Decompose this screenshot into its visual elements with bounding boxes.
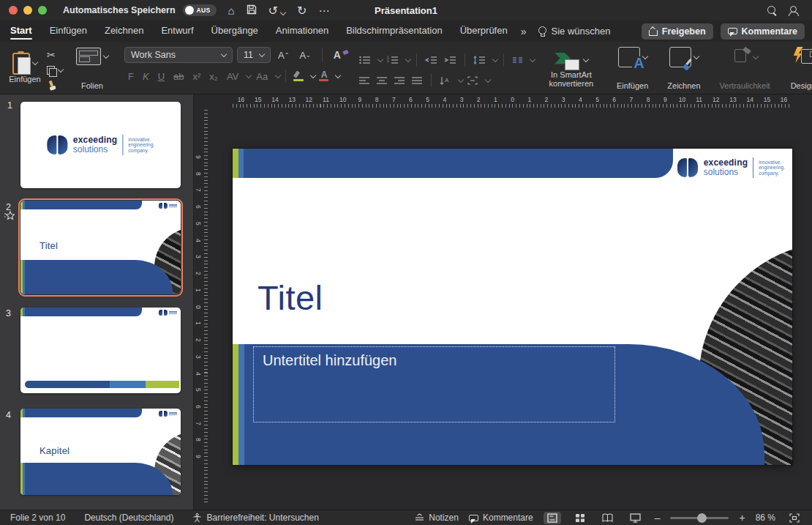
tab-einfuegen[interactable]: Einfügen [50, 22, 87, 40]
columns-button[interactable] [510, 56, 525, 64]
align-right-button[interactable] [392, 76, 407, 85]
increase-indent-button[interactable] [442, 56, 459, 64]
line-spacing-button[interactable] [471, 56, 488, 64]
increase-font-size-button[interactable]: A⌃ [275, 50, 292, 61]
slide-header-bar[interactable] [233, 149, 673, 178]
tab-overflow-chevron[interactable]: » [521, 26, 527, 37]
zoom-in-button[interactable]: + [739, 512, 745, 524]
tab-zeichnen[interactable]: Zeichnen [105, 22, 143, 40]
slide-title-text[interactable]: Titel [257, 278, 323, 318]
insert-textbox-icon: A [618, 47, 640, 67]
bold-button[interactable]: F [124, 71, 138, 82]
slide-indicator[interactable]: Folie 2 von 10 [10, 513, 65, 523]
slide-thumbnail-2[interactable]: Titel [20, 201, 181, 294]
ruler-number: 14 [266, 96, 283, 103]
align-center-button[interactable] [375, 76, 390, 85]
strikethrough-button[interactable]: ab [170, 71, 187, 82]
comments-label: Kommentare [742, 26, 797, 37]
slide-thumbnail-1[interactable]: exceedingsolutions innovative.engineerin… [20, 102, 181, 188]
autosave-toggle[interactable]: AUS [183, 4, 217, 16]
slide-canvas[interactable]: exceedingsolutions innovative.engineerin… [233, 149, 792, 465]
vertical-ruler[interactable]: 9876543210123456789 [196, 110, 208, 505]
autosave-state: AUS [197, 7, 211, 14]
subscript-button[interactable]: x₂ [206, 71, 222, 82]
logo-tagline: innovative. [759, 160, 785, 165]
ruler-number: 8 [640, 96, 657, 103]
comments-button[interactable]: Kommentare [721, 23, 805, 40]
minimize-button[interactable] [23, 6, 32, 15]
normal-view-button[interactable] [544, 512, 561, 524]
ruler-number: 2 [194, 272, 206, 275]
home-icon[interactable]: ⌂ [228, 5, 235, 16]
font-name-select[interactable]: Work Sans [124, 47, 233, 63]
comments-toggle[interactable]: Kommentare [469, 513, 533, 523]
text-highlight-button[interactable] [291, 71, 307, 81]
save-icon[interactable] [247, 4, 257, 16]
font-size-select[interactable]: 11 [237, 47, 271, 63]
text-direction-button[interactable]: A [437, 76, 454, 85]
draw-group[interactable]: Zeichnen [661, 42, 706, 94]
tell-me-button[interactable]: Sie wünschen [538, 26, 610, 37]
tab-animationen[interactable]: Animationen [276, 22, 328, 40]
horizontal-ruler[interactable]: 1615141312111098765432101234567891011121… [233, 96, 792, 108]
ruler-number: 3 [194, 355, 206, 359]
accessibility-checker[interactable]: Barrierefreiheit: Untersuchen [192, 513, 318, 523]
decrease-indent-button[interactable] [423, 56, 440, 64]
company-logo[interactable]: exceedingsolutions innovative.engineerin… [677, 157, 785, 178]
lightbulb-icon [538, 26, 546, 37]
bullet-list-button[interactable] [357, 56, 373, 64]
tab-bildschirmpraesentation[interactable]: Bildschirmpräsentation [346, 22, 443, 40]
ruler-number: 3 [194, 255, 206, 258]
clear-formatting-button[interactable]: A [331, 49, 344, 61]
slideshow-view-button[interactable] [627, 512, 644, 524]
ruler-number: 9 [351, 96, 368, 103]
reading-view-button[interactable] [599, 512, 617, 524]
italic-button[interactable]: K [139, 71, 153, 82]
designer-group[interactable]: Designer [783, 42, 812, 94]
more-commands-icon[interactable]: ⋯ [318, 5, 329, 16]
redo-button[interactable]: ↻ [297, 5, 307, 16]
zoom-slider-knob[interactable] [697, 513, 707, 523]
slide-thumbnail-4[interactable]: Kapitel [20, 409, 181, 495]
align-left-button[interactable] [357, 76, 372, 85]
undo-button[interactable]: ↺ [268, 5, 285, 16]
align-text-button[interactable] [465, 76, 481, 85]
tab-entwurf[interactable]: Entwurf [161, 22, 193, 40]
share-presence-icon[interactable] [789, 6, 800, 15]
numbered-list-button[interactable]: 12 [385, 56, 401, 64]
language-indicator[interactable]: Deutsch (Deutschland) [84, 513, 173, 523]
tab-start[interactable]: Start [10, 22, 32, 40]
subtitle-placeholder[interactable]: Untertitel hinzufügen [253, 346, 615, 422]
bottom-lime-stripe [233, 344, 238, 465]
font-color-button[interactable]: A [317, 71, 331, 81]
slide-number-4: 4 [6, 410, 11, 420]
slide-sorter-view-button[interactable] [571, 512, 589, 524]
insert-group[interactable]: A Einfügen [611, 42, 654, 94]
close-button[interactable] [9, 6, 18, 15]
zoom-level[interactable]: 86 % [756, 513, 775, 523]
fit-to-window-button[interactable] [786, 512, 803, 524]
paste-button[interactable]: Einfügen [6, 53, 44, 87]
tab-ueberpruefen[interactable]: Überprüfen [460, 22, 508, 40]
thumbnail-title: Kapitel [40, 445, 69, 456]
superscript-button[interactable]: x² [189, 71, 204, 82]
justify-button[interactable] [410, 76, 425, 85]
share-button[interactable]: Freigeben [642, 23, 713, 40]
notes-toggle[interactable]: Notizen [415, 513, 459, 523]
decrease-font-size-button[interactable]: A⌄ [296, 50, 313, 61]
slide-thumbnail-3[interactable] [20, 308, 181, 393]
tab-uebergaenge[interactable]: Übergänge [211, 22, 258, 40]
slides-group[interactable]: Folien [72, 42, 113, 94]
underline-button[interactable]: U [154, 71, 168, 82]
fullscreen-button[interactable] [38, 6, 47, 15]
change-case-button[interactable]: Aa [252, 71, 271, 82]
logo-name-bottom: solutions [704, 168, 748, 177]
zoom-out-button[interactable]: – [655, 512, 661, 524]
format-painter-button[interactable] [47, 80, 63, 92]
convert-smartart-button[interactable]: In SmartArt konvertieren [541, 50, 602, 92]
cut-button[interactable]: ✂ [47, 49, 63, 61]
character-spacing-button[interactable]: AV [223, 71, 242, 82]
copy-button[interactable] [47, 64, 63, 76]
search-icon[interactable] [767, 6, 777, 15]
zoom-slider[interactable] [670, 517, 729, 519]
